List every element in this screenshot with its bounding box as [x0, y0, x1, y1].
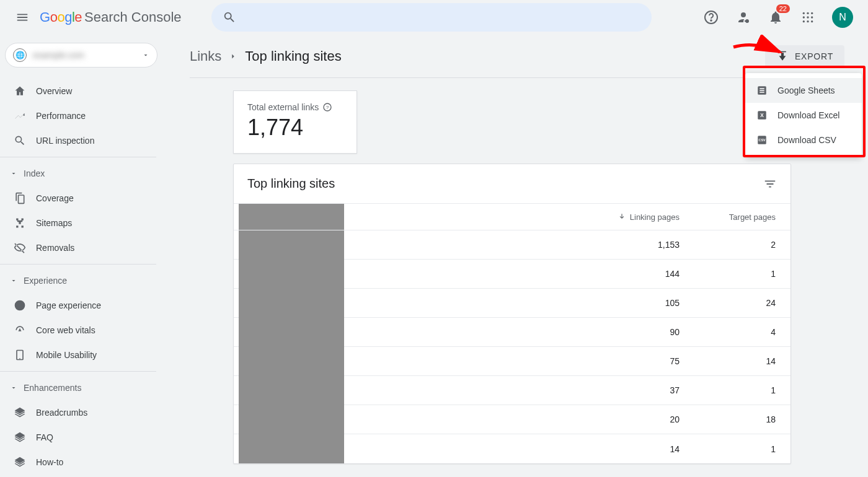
header-actions: 22 N [703, 7, 858, 28]
column-target-pages[interactable]: Target pages [694, 204, 790, 230]
cell-linking-pages: 37 [589, 385, 694, 395]
export-menu: Google Sheets X Download Excel CSV Downl… [745, 73, 862, 157]
layers-icon [14, 431, 26, 444]
sidebar-item-sitemaps[interactable]: Sitemaps [0, 211, 156, 235]
export-label: EXPORT [795, 51, 833, 61]
csv-icon: CSV [756, 134, 768, 146]
filter-button[interactable] [763, 177, 777, 191]
cell-linking-pages: 1,153 [589, 240, 694, 250]
apps-grid-icon [802, 11, 814, 24]
circle-plus-icon [14, 299, 26, 312]
apps-button[interactable] [800, 9, 816, 25]
sitemap-icon [14, 217, 26, 229]
sidebar-item-label: Sitemaps [36, 218, 72, 228]
svg-point-10 [811, 20, 813, 22]
sidebar-item-faq[interactable]: FAQ [0, 425, 156, 450]
chevron-down-icon [142, 51, 149, 59]
export-option-google-sheets[interactable]: Google Sheets [745, 78, 862, 103]
property-selector[interactable]: 🌐 example.com [5, 43, 157, 68]
people-settings-icon [736, 10, 751, 25]
sidebar-section-enhancements[interactable]: Enhancements [6, 375, 156, 400]
visibility-off-icon [14, 242, 26, 254]
cell-target-pages: 1 [694, 385, 790, 395]
column-linking-pages[interactable]: Linking pages [589, 204, 694, 230]
cell-linking-pages: 90 [589, 327, 694, 337]
export-button[interactable]: EXPORT [765, 45, 844, 68]
redacted-site-column [239, 204, 344, 230]
kpi-card-total-links: Total external links ? 1,774 [233, 90, 357, 154]
sidebar-item-label: Mobile Usability [36, 350, 97, 360]
sidebar-item-url-inspection[interactable]: URL inspection [0, 128, 156, 153]
sort-desc-icon [618, 212, 626, 221]
sidebar-item-performance[interactable]: Performance [0, 103, 156, 128]
top-linking-sites-card: Top linking sites Linking pages Target p… [233, 164, 791, 464]
sidebar-item-how-to[interactable]: How-to [0, 450, 156, 475]
mobile-icon [14, 349, 26, 361]
export-option-download-csv[interactable]: CSV Download CSV [745, 128, 862, 152]
product-logo: Google Search Console [40, 9, 182, 25]
sidebar-item-page-experience[interactable]: Page experience [0, 293, 156, 318]
sidebar-item-label: Breadcrumbs [36, 408, 87, 418]
kpi-label: Total external links [247, 102, 319, 112]
svg-point-4 [811, 12, 813, 14]
cell-linking-pages: 20 [589, 414, 694, 424]
cell-target-pages: 1 [694, 444, 790, 454]
sidebar-item-label: FAQ [36, 432, 53, 442]
hamburger-menu-button[interactable] [10, 5, 35, 30]
divider [0, 371, 156, 372]
cell-linking-pages: 105 [589, 298, 694, 308]
search-input[interactable] [211, 3, 652, 32]
account-avatar[interactable]: N [832, 7, 853, 28]
svg-point-2 [803, 12, 805, 14]
hamburger-icon [16, 11, 29, 24]
svg-text:CSV: CSV [759, 138, 766, 142]
sidebar-item-label: URL inspection [36, 136, 94, 146]
sidebar-item-label: Removals [36, 243, 74, 253]
cell-target-pages: 18 [694, 414, 790, 424]
sidebar-item-label: Overview [36, 86, 72, 96]
svg-rect-15 [760, 90, 764, 91]
chevron-down-icon [10, 277, 17, 284]
users-button[interactable] [735, 9, 751, 25]
svg-point-7 [811, 16, 813, 18]
svg-text:?: ? [326, 105, 329, 110]
cell-target-pages: 1 [694, 269, 790, 279]
sidebar-item-label: Performance [36, 111, 86, 121]
table-header: Linking pages Target pages [234, 203, 790, 230]
sidebar-item-breadcrumbs[interactable]: Breadcrumbs [0, 400, 156, 425]
export-option-label: Download CSV [777, 135, 836, 145]
google-logo-text: Google [40, 9, 82, 25]
globe-icon: 🌐 [13, 48, 27, 62]
help-button[interactable] [703, 9, 719, 25]
svg-text:X: X [760, 113, 764, 118]
notification-badge: 22 [776, 4, 790, 13]
sidebar: 🌐 example.com Overview Performance URL i… [0, 34, 162, 477]
sidebar-item-label: How-to [36, 457, 63, 467]
kpi-value: 1,774 [247, 115, 344, 141]
svg-rect-16 [760, 92, 764, 93]
sidebar-item-label: Core web vitals [36, 325, 95, 335]
cell-linking-pages: 14 [589, 444, 694, 454]
svg-point-8 [803, 20, 805, 22]
notifications-button[interactable]: 22 [768, 9, 784, 25]
sidebar-item-mobile-usability[interactable]: Mobile Usability [0, 343, 156, 367]
sidebar-section-index[interactable]: Index [6, 161, 156, 186]
excel-icon: X [756, 110, 768, 121]
sidebar-item-coverage[interactable]: Coverage [0, 186, 156, 211]
home-icon [14, 85, 26, 97]
help-icon [704, 10, 719, 25]
card-title: Top linking sites [247, 177, 335, 191]
help-icon[interactable]: ? [322, 102, 332, 112]
export-option-label: Download Excel [777, 110, 839, 120]
divider [0, 157, 156, 157]
sidebar-section-experience[interactable]: Experience [6, 268, 156, 293]
sidebar-item-overview[interactable]: Overview [0, 79, 156, 103]
export-option-download-excel[interactable]: X Download Excel [745, 103, 862, 128]
search-icon [223, 11, 236, 24]
sidebar-item-removals[interactable]: Removals [0, 235, 156, 260]
property-name: example.com [33, 50, 136, 60]
breadcrumb-parent[interactable]: Links [190, 48, 221, 64]
search-icon [14, 134, 26, 147]
sidebar-item-core-web-vitals[interactable]: Core web vitals [0, 318, 156, 343]
trend-icon [14, 110, 26, 122]
